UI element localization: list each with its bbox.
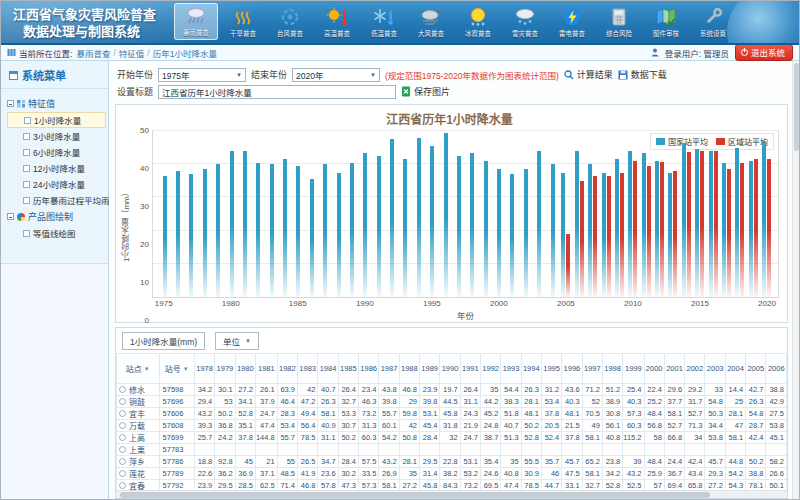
filter-icon[interactable]: ▼: [144, 366, 150, 372]
end-year-select[interactable]: 2020年▼: [292, 68, 380, 82]
value-cell: 53: [215, 396, 235, 408]
value-cell: 40.7: [501, 420, 521, 432]
value-cell: 32: [440, 432, 460, 444]
nav-item-wind-cloud[interactable]: 大风普查: [409, 5, 453, 40]
value-cell: 55.7: [277, 432, 297, 444]
value-cell: 35.1: [235, 420, 255, 432]
regional-station-bar-2018: [740, 163, 744, 297]
sidebar-item-6小时降水量[interactable]: 6小时降水量: [7, 144, 106, 160]
download-button[interactable]: 数据下载: [618, 68, 667, 81]
sidebar-lower-panel: [1, 263, 108, 499]
station-radio[interactable]: [119, 458, 126, 465]
value-cell: 43.8: [379, 384, 399, 396]
table-row-上高: 上高5769925.724.237.8144.855.778.531.150.2…: [117, 432, 787, 444]
save-image-button[interactable]: 保存图片: [401, 85, 450, 98]
table-row-宜春: 宜春5779223.929.528.562.571.446.857.847.35…: [117, 480, 787, 491]
chevron-down-icon: ▼: [245, 338, 251, 344]
value-cell: [235, 444, 255, 456]
calculate-button[interactable]: 计算结果: [564, 68, 613, 81]
station-radio[interactable]: [119, 386, 126, 393]
table-row-修水: 修水5759834.230.127.226.163.94240.726.423.…: [117, 384, 787, 396]
nav-item-hail-cloud[interactable]: 冰雹普查: [456, 5, 500, 40]
bar-group-2007: [586, 131, 599, 297]
item-icon: [23, 165, 30, 172]
tree-toggle-icon[interactable]: [7, 213, 14, 220]
start-year-select[interactable]: 1975年▼: [158, 68, 246, 82]
y-tick-label: 40: [140, 164, 149, 173]
breadcrumb-item[interactable]: 特征值: [119, 47, 145, 59]
nav-item-sun-thermometer[interactable]: 高温普查: [315, 5, 359, 40]
nav-item-heat-waves[interactable]: 干旱普查: [221, 5, 265, 40]
nav-item-wrench[interactable]: 系统设置: [691, 5, 735, 40]
station-name-cell: 宜丰: [117, 408, 160, 420]
station-radio[interactable]: [119, 422, 126, 429]
breadcrumb-item[interactable]: 暴雨普查: [76, 47, 110, 59]
unit-dropdown[interactable]: 单位▼: [215, 332, 259, 350]
logout-button[interactable]: 退出系统: [735, 44, 793, 61]
data-table-viewport: 站点▼站号▼1978197919801981198219831984198519…: [116, 353, 787, 490]
breadcrumb-separator: /: [147, 48, 149, 58]
value-cell: 48.1: [521, 408, 541, 420]
sidebar-item-等值线绘图[interactable]: 等值线绘图: [7, 225, 106, 241]
nav-item-rain-cloud[interactable]: 暴雨普查: [174, 3, 218, 40]
sidebar-item-1小时降水量[interactable]: 1小时降水量: [7, 112, 106, 128]
value-cell: 31.2: [541, 384, 561, 396]
station-radio[interactable]: [119, 482, 126, 489]
station-radio[interactable]: [119, 434, 126, 441]
scrollbar-thumb[interactable]: [120, 492, 710, 498]
tree-group-features[interactable]: 特征值: [7, 95, 106, 112]
value-cell: 34.1: [235, 396, 255, 408]
value-cell: 31.8: [440, 420, 460, 432]
station-radio[interactable]: [119, 470, 126, 477]
sidebar-item-历年暴雨过程平均雨量[interactable]: 历年暴雨过程平均雨量: [7, 192, 106, 208]
station-radio[interactable]: [119, 398, 126, 405]
bar-group-1989: [345, 131, 358, 297]
x-tick-slot: [251, 298, 264, 309]
nav-item-lightning[interactable]: 雷电普查: [550, 5, 594, 40]
sidebar-item-label: 等值线绘图: [33, 227, 76, 239]
nav-item-map-check[interactable]: 图件审核: [644, 5, 688, 40]
nav-item-snow-cloud[interactable]: 雪灾普查: [503, 5, 547, 40]
nav-item-calculator[interactable]: 综合风险: [597, 5, 641, 40]
breadcrumb-separator: /: [113, 48, 115, 58]
value-cell: 27.2: [235, 384, 255, 396]
sidebar-item-3小时降水量[interactable]: 3小时降水量: [7, 128, 106, 144]
tree-toggle-icon[interactable]: [7, 100, 14, 107]
scrollbar-thumb[interactable]: [794, 63, 799, 151]
chart-title-input[interactable]: [158, 85, 396, 99]
tree-group-products[interactable]: 产品图绘制: [7, 208, 106, 225]
station-radio[interactable]: [119, 410, 126, 417]
filter-icon[interactable]: ▼: [183, 366, 189, 372]
nav-item-typhoon[interactable]: 台风普查: [268, 5, 312, 40]
chart-panel: 江西省历年1小时降水量 1小时降水量（mm） 01020304050 国家站平均…: [115, 104, 788, 323]
value-cell: 44.5: [440, 396, 460, 408]
year-column-header: 1990: [440, 354, 460, 384]
value-cell: 29.5: [215, 480, 235, 491]
measure-select-button[interactable]: 1小时降水量(mm): [122, 332, 205, 350]
national-station-bar-1990: [363, 153, 367, 297]
value-cell: 26.3: [521, 384, 541, 396]
value-cell: [440, 444, 460, 456]
sidebar-item-24小时降水量[interactable]: 24小时降水量: [7, 176, 106, 192]
chevron-down-icon: ▼: [370, 72, 376, 78]
regional-station-bar-2007: [593, 176, 597, 297]
nav-item-label: 大风普查: [418, 28, 444, 37]
horizontal-scrollbar[interactable]: [116, 490, 787, 498]
national-station-bar-1992: [390, 139, 394, 297]
bar-group-2004: [546, 131, 559, 297]
value-cell: 50.8: [399, 432, 419, 444]
station-radio[interactable]: [119, 446, 126, 453]
station-name-cell: 铜鼓: [117, 396, 160, 408]
station-id-column-header[interactable]: 站号▼: [159, 354, 194, 384]
bar-group-2001: [506, 131, 519, 297]
vertical-scrollbar[interactable]: [792, 61, 799, 499]
bar-group-1994: [412, 131, 425, 297]
breadcrumb-item[interactable]: 历年1小时降水量: [153, 47, 217, 59]
nav-item-cold-thermometer[interactable]: 低温普查: [362, 5, 406, 40]
y-tick-label: 50: [140, 126, 149, 135]
x-tick-slot: [666, 298, 679, 309]
sidebar-item-12小时降水量[interactable]: 12小时降水量: [7, 160, 106, 176]
value-cell: 57.5: [359, 456, 379, 468]
station-column-header[interactable]: 站点▼: [117, 354, 160, 384]
bar-group-1983: [265, 131, 278, 297]
